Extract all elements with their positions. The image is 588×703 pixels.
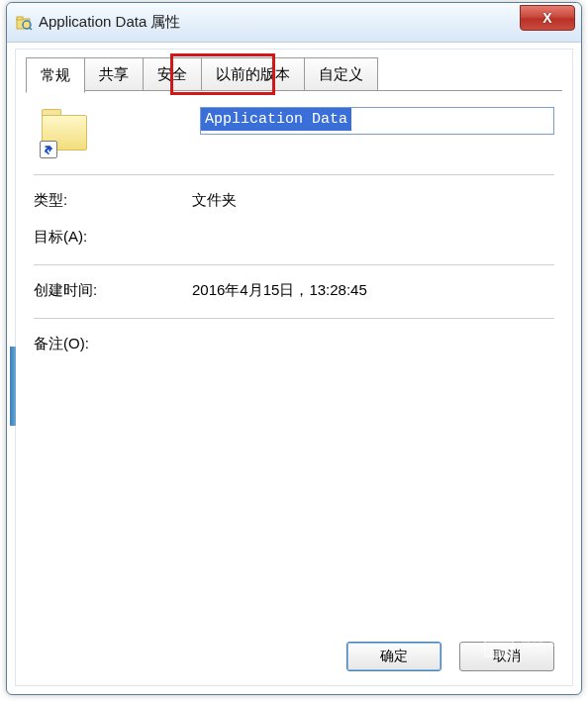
titlebar[interactable]: Application Data 属性 X [7, 3, 581, 43]
shortcut-overlay-icon [40, 141, 57, 158]
tab-label: 常规 [41, 66, 70, 85]
svg-line-3 [30, 27, 33, 30]
tab-label: 自定义 [319, 65, 363, 84]
tab-sharing[interactable]: 共享 [84, 57, 144, 91]
tab-label: 以前的版本 [216, 65, 290, 84]
tab-underline [26, 90, 562, 91]
tab-label: 安全 [157, 65, 187, 84]
comment-label: 备注(O): [34, 335, 192, 353]
target-row: 目标(A): [34, 228, 554, 247]
dialog-buttons: 确定 取消 [346, 642, 554, 671]
tab-content-general: Application Data 类型: 文件夹 目标(A): 创建时间: 20… [34, 107, 554, 630]
divider [34, 174, 554, 175]
target-label: 目标(A): [34, 228, 192, 247]
tab-label: 共享 [99, 65, 129, 84]
tab-previous-versions[interactable]: 以前的版本 [201, 57, 305, 91]
folder-shortcut-icon [40, 107, 91, 158]
name-input[interactable]: Application Data [200, 107, 554, 135]
comment-row: 备注(O): [34, 335, 554, 353]
name-row: Application Data [34, 107, 554, 158]
window-title: Application Data 属性 [39, 13, 180, 32]
svg-rect-1 [17, 17, 23, 20]
tab-security[interactable]: 安全 [143, 57, 202, 91]
properties-dialog: Application Data 属性 X 常规 共享 安全 以前的版本 自定义 [6, 2, 582, 695]
window-icon [15, 14, 33, 32]
close-icon: X [542, 10, 551, 26]
button-label: 取消 [493, 648, 521, 665]
divider [34, 264, 554, 265]
tab-strip: 常规 共享 安全 以前的版本 自定义 [26, 57, 377, 91]
type-value: 文件夹 [192, 191, 237, 210]
name-field-wrapper: Application Data [200, 107, 554, 135]
name-input-value: Application Data [201, 108, 351, 131]
type-row: 类型: 文件夹 [34, 191, 554, 210]
close-button[interactable]: X [520, 5, 575, 31]
tab-customize[interactable]: 自定义 [304, 57, 378, 91]
created-value: 2016年4月15日，13:28:45 [192, 281, 367, 300]
type-label: 类型: [34, 191, 192, 210]
button-label: 确定 [380, 648, 408, 665]
window-border-accent [10, 347, 16, 426]
client-area: 常规 共享 安全 以前的版本 自定义 [15, 49, 573, 686]
divider [34, 318, 554, 319]
cancel-button[interactable]: 取消 [459, 642, 554, 671]
created-row: 创建时间: 2016年4月15日，13:28:45 [34, 281, 554, 300]
tab-general[interactable]: 常规 [26, 57, 85, 93]
created-label: 创建时间: [34, 281, 192, 300]
ok-button[interactable]: 确定 [346, 642, 441, 671]
